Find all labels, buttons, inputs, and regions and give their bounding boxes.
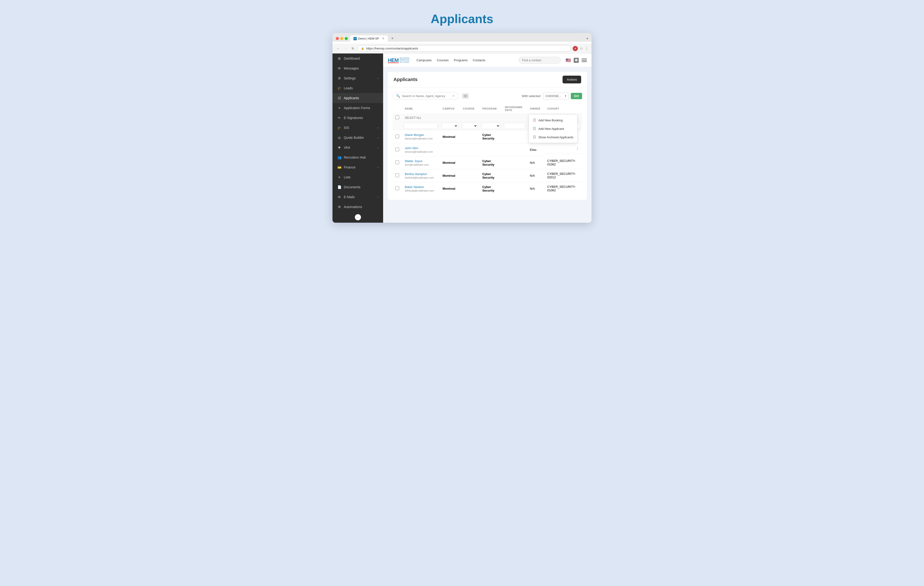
search-clear-icon[interactable]: ✕ [452,94,455,98]
filter-course-select[interactable] [462,122,478,129]
applicant-name-link[interactable]: Bertha Hampton [405,172,437,176]
actions-button[interactable]: Actions [563,76,581,83]
bookmark-icon[interactable]: ☆ [580,46,583,51]
chat-icon[interactable]: 💬 [574,58,579,63]
sidebar-item-settings[interactable]: ⚙ Settings › [332,73,383,83]
row-checkbox[interactable] [395,147,399,151]
main-content: HEM EDUCATIONMARKETINGSOLUTIONS Campuses… [383,53,592,223]
sidebar-item-documents[interactable]: 📄 Documents [332,182,383,192]
sidebar-item-application-forms[interactable]: ≡ Application Forms [332,103,383,113]
row-checkbox[interactable] [395,174,399,177]
sidebar-item-vaa[interactable]: ✚ VAA › [332,142,383,152]
sidebar-item-label: Quote Builder [344,136,364,139]
e-mails-icon: ✉ [337,195,342,199]
filter-withdrawn-cell [502,122,527,130]
row-checkbox-cell[interactable] [393,156,402,169]
sidebar-item-recruiters-hub[interactable]: 👥 Recruiters Hub [332,152,383,162]
dropdown-item-add-booking[interactable]: 📋 Add New Booking [529,116,577,124]
filter-campus-cell [440,122,460,130]
row-checkbox[interactable] [395,186,399,190]
sidebar-item-dashboard[interactable]: ⊞ Dashboard [332,53,383,63]
row-checkbox[interactable] [395,134,399,138]
row-checkbox-cell[interactable] [393,130,402,144]
table-row: Bertha Hampton dorliotuli@mailinator.com… [393,169,582,182]
refresh-button[interactable]: ↻ [350,46,356,51]
row-name-cell: Diane Morgan dianem@mailinator.com [402,130,440,144]
filter-program-select[interactable] [481,122,500,129]
browser-tab[interactable]: H Demo | HEM-SP ✕ [350,35,388,42]
cohort-col-header: COHORT [544,103,582,114]
dot-green[interactable] [345,37,348,40]
filter-withdrawn-input[interactable] [504,123,525,129]
sidebar-item-leads[interactable]: 🎓 Leads [332,83,383,93]
page-content: Applicants Actions 📋 Add New Booking 📋 A… [383,67,592,223]
nav-link-courses[interactable]: Courses [437,58,449,63]
applicant-name-link[interactable]: Walter Joyce [405,159,437,163]
sidebar-collapse-button[interactable]: ← [355,214,361,220]
sidebar-item-sis[interactable]: 🎓 SIS › [332,123,383,132]
filter-name-input[interactable] [404,123,438,129]
page-title: Applicants [393,77,417,82]
row-withdrawn-cell [502,143,527,156]
applicant-name-link[interactable]: Baker Newton [405,185,437,189]
dot-yellow[interactable] [340,37,343,40]
tab-dropdown-icon[interactable]: ▾ [587,37,588,40]
cohort-value: CYBER_SECURITY-01062 [547,159,579,166]
sidebar-item-quote-builder[interactable]: ◎ Quote Builder › [332,132,383,142]
flag-icon: 🇺🇸 [566,58,571,63]
choose-label: CHOOSE... [546,94,561,98]
e-signatures-icon: ✏ [337,116,342,120]
hamburger-menu-icon[interactable] [582,59,587,62]
sidebar-item-label: E-Signatures [344,116,363,120]
search-input[interactable] [402,94,450,98]
sidebar-item-label: Lists [344,175,351,179]
sidebar-item-finance[interactable]: 💳 Finance › [332,162,383,172]
filter-campus-select[interactable] [442,122,458,129]
find-contact-input[interactable] [518,57,561,64]
row-course-cell [460,130,479,144]
select-all-checkbox[interactable] [395,116,399,119]
row-menu-button[interactable]: ⋮ [576,146,579,151]
tab-label: Demo | HEM-SP [358,37,379,40]
select-all-checkbox-cell[interactable] [393,114,402,122]
dropdown-item-add-applicant[interactable]: 📋 Add New Applicant [529,124,577,133]
back-button[interactable]: ← [335,46,341,51]
choose-dropdown[interactable]: CHOOSE... ▾ [543,93,569,99]
nav-link-programs[interactable]: Programs [454,58,468,63]
profile-icon[interactable]: ● [573,46,578,51]
dropdown-item-show-archived[interactable]: 📋 Show Archived Applicants [529,133,577,141]
row-name-cell: Bertha Hampton dorliotuli@mailinator.com [402,169,440,182]
sidebar-item-automations[interactable]: ⚙ Automations [332,202,383,212]
applicant-name-link[interactable]: Diane Morgan [405,133,437,137]
more-icon[interactable]: ⋮ [585,46,589,51]
sidebar-item-messages[interactable]: ✉ Messages [332,63,383,73]
chevron-right-icon: › [378,136,378,139]
forward-button[interactable]: → [343,46,348,51]
with-selected-section: With selected: CHOOSE... ▾ GO [522,93,582,99]
row-checkbox-cell[interactable] [393,143,402,156]
nav-link-contacts[interactable]: Contacts [473,58,485,63]
row-name-cell: Baker Newton hifebutip@mailinator.com [402,182,440,195]
url-bar[interactable]: 🔒 https://hemsp.com/contacts/applicants [358,45,571,51]
row-checkbox-cell[interactable] [393,169,402,182]
sidebar-item-e-signatures[interactable]: ✏ E-Signatures [332,113,383,123]
dropdown-item-label: Add New Applicant [538,127,564,131]
sidebar-item-e-mails[interactable]: ✉ E-Mails › [332,192,383,202]
row-checkbox[interactable] [395,161,399,164]
applicant-name-link[interactable]: John Slim [405,146,437,150]
vaa-icon: ✚ [337,146,342,149]
nav-link-campuses[interactable]: Campuses [417,58,432,63]
dot-red[interactable] [336,37,339,40]
row-course-cell [460,182,479,195]
go-button[interactable]: GO [571,93,582,99]
dropdown-item-label: Show Archived Applicants [538,136,573,139]
documents-icon: 📄 [337,185,342,189]
sidebar-item-applicants[interactable]: ☑ Applicants [332,93,383,103]
name-col-header: NAME [402,103,440,114]
row-checkbox-cell[interactable] [393,182,402,195]
sidebar-item-label: E-Mails [344,195,355,199]
row-withdrawn-cell [502,182,527,195]
sidebar-item-lists[interactable]: ≡ Lists [332,172,383,182]
tab-add-icon[interactable]: + [391,36,394,41]
tab-close-icon[interactable]: ✕ [382,37,384,40]
